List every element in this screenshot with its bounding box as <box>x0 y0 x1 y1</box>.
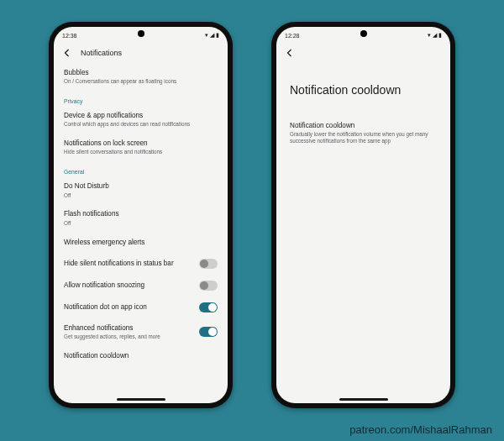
toggle-notification-dot[interactable] <box>199 302 218 312</box>
phone-right: 12:28 ▾ ◢ ▮ Notification cooldown Notifi… <box>271 22 455 408</box>
back-arrow-icon[interactable] <box>285 48 295 58</box>
row-title: Wireless emergency alerts <box>64 239 218 247</box>
status-icons: ▾ ◢ ▮ <box>428 32 442 39</box>
toggle-hide-silent[interactable] <box>199 259 218 269</box>
row-title: Do Not Disturb <box>64 182 218 191</box>
row-notification-cooldown-detail[interactable]: Notification cooldown Gradually lower th… <box>276 115 450 151</box>
row-title: Allow notification snoozing <box>64 281 192 290</box>
row-wireless-emergency-alerts[interactable]: Wireless emergency alerts <box>64 233 218 253</box>
row-do-not-disturb[interactable]: Do Not Disturb Off <box>64 176 218 204</box>
settings-list[interactable]: Bubbles On / Conversations can appear as… <box>54 63 228 403</box>
row-title: Flash notifications <box>64 210 218 218</box>
phone-left: 12:38 ▾ ◢ ▮ Notifications Bubbles On / C… <box>49 22 233 408</box>
row-notification-cooldown[interactable]: Notification cooldown <box>64 346 218 366</box>
row-title: Notification cooldown <box>64 352 218 360</box>
credit-text: patreon.com/MishaalRahman <box>349 423 492 436</box>
row-hide-silent[interactable]: Hide silent notifications in status bar <box>64 253 218 275</box>
row-title: Bubbles <box>64 69 218 77</box>
row-allow-snoozing[interactable]: Allow notification snoozing <box>64 275 218 297</box>
back-arrow-icon[interactable] <box>62 48 72 58</box>
row-title: Notification dot on app icon <box>64 303 192 312</box>
screen-left: 12:38 ▾ ◢ ▮ Notifications Bubbles On / C… <box>54 27 228 403</box>
row-notification-dot[interactable]: Notification dot on app icon <box>64 297 218 318</box>
row-enhanced-notifications[interactable]: Enhanced notifications Get suggested act… <box>64 318 218 346</box>
status-icons: ▾ ◢ ▮ <box>205 32 219 39</box>
row-subtitle: Off <box>64 192 218 199</box>
app-bar <box>276 44 450 58</box>
row-title: Notification cooldown <box>290 122 437 129</box>
row-device-app-notifications[interactable]: Device & app notifications Control which… <box>64 106 218 134</box>
status-time: 12:38 <box>62 33 77 39</box>
front-camera <box>360 30 367 37</box>
toggle-enhanced-notifications[interactable] <box>199 327 218 337</box>
row-subtitle: On / Conversations can appear as floatin… <box>64 78 218 85</box>
row-title: Enhanced notifications <box>64 324 192 333</box>
row-bubbles[interactable]: Bubbles On / Conversations can appear as… <box>64 63 218 91</box>
page-title: Notifications <box>81 49 122 57</box>
gesture-bar <box>117 398 165 401</box>
row-subtitle: Hide silent conversations and notificati… <box>64 149 218 155</box>
toggle-allow-snoozing[interactable] <box>199 281 218 291</box>
row-subtitle: Off <box>64 220 218 227</box>
section-general: General <box>64 161 218 176</box>
gesture-bar <box>339 398 388 401</box>
section-privacy: Privacy <box>64 91 218 106</box>
app-bar: Notifications <box>54 44 228 63</box>
front-camera <box>138 30 144 37</box>
row-title: Notifications on lock screen <box>64 139 218 148</box>
row-subtitle: Control which apps and devices can read … <box>64 121 218 128</box>
row-title: Device & app notifications <box>64 112 218 120</box>
row-flash-notifications[interactable]: Flash notifications Off <box>64 204 218 232</box>
page-title: Notification cooldown <box>276 58 450 115</box>
status-time: 12:28 <box>285 33 300 39</box>
row-subtitle: Get suggested actions, replies, and more <box>64 333 192 340</box>
row-subtitle: Gradually lower the notification volume … <box>290 131 437 144</box>
row-lock-screen-notifications[interactable]: Notifications on lock screen Hide silent… <box>64 134 218 161</box>
screen-right: 12:28 ▾ ◢ ▮ Notification cooldown Notifi… <box>276 27 450 403</box>
row-title: Hide silent notifications in status bar <box>64 260 192 268</box>
